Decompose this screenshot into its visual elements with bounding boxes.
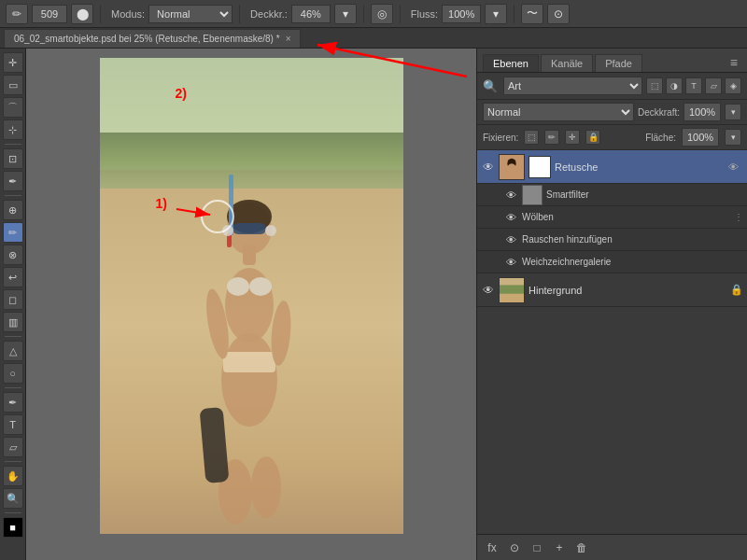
opacity-label: Deckkraft: bbox=[638, 107, 680, 118]
move-tool[interactable]: ✛ bbox=[3, 52, 23, 73]
layer-hintergrund-vis[interactable]: 👁 bbox=[481, 283, 496, 298]
smartfilter-woelben-name: Wölben bbox=[522, 212, 554, 222]
flow-arrow-icon[interactable]: ▾ bbox=[485, 4, 507, 24]
select-tool[interactable]: ▭ bbox=[3, 75, 23, 95]
blur-tool[interactable]: △ bbox=[3, 341, 23, 361]
text-tool[interactable]: T bbox=[3, 414, 23, 435]
brush-tool[interactable]: ✏ bbox=[3, 222, 23, 243]
layer-retusche-extra-vis[interactable]: 👁 bbox=[726, 160, 740, 175]
layer-hintergrund[interactable]: 👁 Hintergrund 🔒 bbox=[477, 273, 747, 307]
sep5 bbox=[514, 5, 514, 23]
opacity-value[interactable]: 100% bbox=[684, 103, 721, 121]
svg-point-17 bbox=[265, 225, 276, 236]
sep3 bbox=[363, 5, 364, 23]
foreground-color[interactable]: ■ bbox=[3, 517, 23, 538]
shape-tool[interactable]: ▱ bbox=[3, 437, 23, 457]
layer-hintergrund-name: Hintergrund bbox=[529, 285, 730, 296]
zoom-tool[interactable]: 🔍 bbox=[3, 488, 23, 509]
filter-pixel-btn[interactable]: ⬚ bbox=[646, 77, 663, 94]
annotation-circle bbox=[201, 200, 234, 233]
smartfilter-group[interactable]: 👁 Smartfilter bbox=[477, 184, 747, 206]
smartfilter-woelben-vis[interactable]: 👁 bbox=[503, 212, 518, 223]
brush-tool-icon[interactable]: ✏ bbox=[6, 4, 28, 24]
tab-close-btn[interactable]: × bbox=[286, 34, 291, 44]
tab-kanaele[interactable]: Kanäle bbox=[541, 54, 593, 72]
tool-sep4 bbox=[5, 387, 21, 388]
top-toolbar: ✏ 509 ⬤ Modus: Normal Deckkr.: 46% ▾ ◎ F… bbox=[0, 0, 747, 28]
delete-layer-btn[interactable]: 🗑 bbox=[572, 539, 591, 557]
figure-svg bbox=[147, 100, 352, 529]
sep2 bbox=[239, 5, 240, 23]
svg-rect-25 bbox=[500, 285, 524, 293]
eyedropper-tool[interactable]: ✒ bbox=[3, 171, 23, 191]
lock-paint-btn[interactable]: ✏ bbox=[544, 130, 559, 145]
tab-bar: 06_02_smartobjekte.psd bei 25% (Retusche… bbox=[0, 28, 747, 49]
lock-move-btn[interactable]: ✛ bbox=[565, 130, 580, 145]
smartfilter-name: Smartfilter bbox=[546, 189, 589, 200]
annotation-label-1: 1) bbox=[156, 196, 167, 211]
canvas-container[interactable]: 1) bbox=[100, 58, 403, 534]
clone-stamp-tool[interactable]: ⊗ bbox=[3, 245, 23, 265]
opacity-input[interactable]: 46% bbox=[291, 5, 331, 23]
smartfilter-rauschen-name: Rauschen hinzufügen bbox=[522, 234, 613, 245]
angle-icon[interactable]: ⊙ bbox=[547, 4, 570, 24]
magic-wand-tool[interactable]: ⊹ bbox=[3, 119, 23, 140]
eraser-tool[interactable]: ◻ bbox=[3, 289, 23, 310]
mode-select[interactable]: Normal bbox=[148, 5, 233, 23]
opacity-arrow-icon[interactable]: ▾ bbox=[334, 4, 357, 24]
layer-retusche[interactable]: 👁 Retusche 👁 bbox=[477, 150, 747, 184]
svg-point-2 bbox=[221, 333, 277, 427]
smartfilter-woelben[interactable]: 👁 Wölben ⋮ bbox=[477, 206, 747, 229]
flow-input[interactable]: 100% bbox=[442, 5, 481, 23]
opacity-arrow-btn[interactable]: ▾ bbox=[725, 104, 741, 120]
dodge-tool[interactable]: ○ bbox=[3, 363, 23, 384]
layer-retusche-vis[interactable]: 👁 bbox=[481, 160, 496, 175]
smartfilter-vis[interactable]: 👁 bbox=[503, 189, 518, 201]
fill-value[interactable]: 100% bbox=[682, 128, 719, 147]
panel-bottom: fx ⊙ □ + 🗑 bbox=[477, 534, 747, 560]
heal-brush-tool[interactable]: ⊕ bbox=[3, 200, 23, 220]
document-tab[interactable]: 06_02_smartobjekte.psd bei 25% (Retusche… bbox=[4, 29, 301, 48]
history-brush-tool[interactable]: ↩ bbox=[3, 267, 23, 287]
layer-retusche-mask bbox=[529, 156, 551, 178]
smartfilter-woelben-icon: ⋮ bbox=[734, 212, 743, 222]
airbrush-icon[interactable]: ◎ bbox=[371, 4, 393, 24]
pen-tool[interactable]: ✒ bbox=[3, 392, 23, 413]
sep4 bbox=[400, 5, 401, 23]
blend-mode-select[interactable]: Normal bbox=[483, 103, 634, 121]
smartfilter-rauschen[interactable]: 👁 Rauschen hinzufügen bbox=[477, 229, 747, 251]
filter-text-btn[interactable]: T bbox=[685, 77, 702, 94]
tab-ebenen[interactable]: Ebenen bbox=[483, 54, 539, 72]
tab-pfade[interactable]: Pfade bbox=[595, 54, 642, 72]
smartfilter-weich[interactable]: 👁 Weichzeichnergalerie bbox=[477, 251, 747, 273]
new-group-btn[interactable]: □ bbox=[528, 539, 546, 557]
smartfilter-rauschen-vis[interactable]: 👁 bbox=[503, 234, 518, 245]
fill-arrow-btn[interactable]: ▾ bbox=[725, 129, 741, 146]
svg-point-6 bbox=[249, 277, 272, 296]
mode-label: Modus: bbox=[111, 8, 145, 20]
filter-smart-btn[interactable]: ◈ bbox=[725, 77, 741, 94]
filter-select[interactable]: Art bbox=[503, 77, 642, 95]
layer-retusche-name: Retusche bbox=[555, 161, 726, 173]
svg-point-1 bbox=[251, 456, 281, 518]
lock-transparent-btn[interactable]: ⬚ bbox=[524, 130, 539, 145]
crop-tool[interactable]: ⊡ bbox=[3, 148, 23, 169]
brush-picker-btn[interactable]: ⬤ bbox=[71, 4, 93, 24]
smooth-icon[interactable]: 〜 bbox=[521, 4, 543, 24]
hand-tool[interactable]: ✋ bbox=[3, 466, 23, 486]
layers-list: 👁 Retusche 👁 👁 Smartfilter bbox=[477, 150, 747, 534]
filter-adjust-btn[interactable]: ◑ bbox=[666, 77, 683, 94]
tab-filename: 06_02_smartobjekte.psd bei 25% (Retusche… bbox=[14, 34, 280, 44]
fx-btn[interactable]: fx bbox=[483, 539, 501, 557]
panel-options-btn[interactable]: ≡ bbox=[726, 53, 741, 72]
smartfilter-weich-vis[interactable]: 👁 bbox=[503, 257, 518, 268]
brush-size-input[interactable]: 509 bbox=[32, 5, 67, 23]
new-layer-btn[interactable]: + bbox=[550, 539, 569, 557]
lasso-tool[interactable]: ⌒ bbox=[3, 97, 23, 118]
toolbox: ✛ ▭ ⌒ ⊹ ⊡ ✒ ⊕ ✏ ⊗ ↩ ◻ ▥ △ ○ ✒ T ▱ ✋ 🔍 ■ bbox=[0, 49, 26, 560]
gradient-tool[interactable]: ▥ bbox=[3, 312, 23, 332]
filter-shape-btn[interactable]: ▱ bbox=[705, 77, 722, 94]
new-fill-btn[interactable]: ⊙ bbox=[505, 539, 524, 557]
filter-row: 🔍 Art ⬚ ◑ T ▱ ◈ bbox=[477, 73, 747, 100]
lock-all-btn[interactable]: 🔒 bbox=[585, 130, 600, 145]
